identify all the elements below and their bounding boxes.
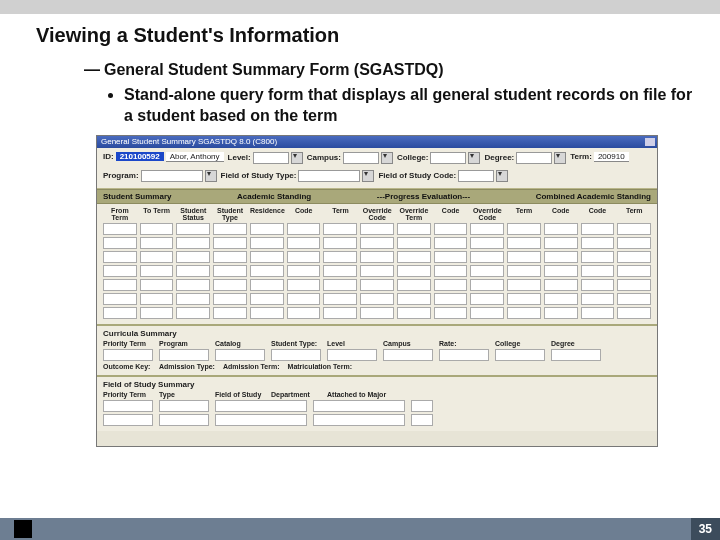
- fos-cell[interactable]: [103, 400, 153, 412]
- grid-cell[interactable]: [140, 237, 174, 249]
- grid-cell[interactable]: [434, 293, 468, 305]
- grid-cell[interactable]: [213, 293, 247, 305]
- grid-cell[interactable]: [323, 293, 357, 305]
- degree-dropdown-icon[interactable]: [554, 152, 566, 164]
- grid-cell[interactable]: [397, 279, 431, 291]
- grid-cell[interactable]: [544, 307, 578, 319]
- degree-field[interactable]: [516, 152, 552, 164]
- grid-cell[interactable]: [103, 293, 137, 305]
- grid-cell[interactable]: [507, 265, 541, 277]
- grid-cell[interactable]: [103, 237, 137, 249]
- curric-cell[interactable]: [439, 349, 489, 361]
- grid-cell[interactable]: [544, 279, 578, 291]
- grid-cell[interactable]: [397, 293, 431, 305]
- fos-cell[interactable]: [103, 414, 153, 426]
- curric-cell[interactable]: [495, 349, 545, 361]
- grid-cell[interactable]: [250, 265, 284, 277]
- grid-cell[interactable]: [470, 251, 504, 263]
- fos-cell[interactable]: [313, 414, 405, 426]
- curric-cell[interactable]: [103, 349, 153, 361]
- grid-cell[interactable]: [250, 307, 284, 319]
- grid-cell[interactable]: [470, 265, 504, 277]
- college-dropdown-icon[interactable]: [468, 152, 480, 164]
- grid-cell[interactable]: [397, 223, 431, 235]
- grid-cell[interactable]: [360, 251, 394, 263]
- grid-cell[interactable]: [360, 223, 394, 235]
- grid-cell[interactable]: [434, 265, 468, 277]
- grid-cell[interactable]: [617, 279, 651, 291]
- grid-cell[interactable]: [103, 223, 137, 235]
- grid-cell[interactable]: [323, 307, 357, 319]
- grid-cell[interactable]: [176, 223, 210, 235]
- grid-cell[interactable]: [323, 265, 357, 277]
- grid-cell[interactable]: [323, 251, 357, 263]
- grid-cell[interactable]: [434, 279, 468, 291]
- grid-cell[interactable]: [617, 265, 651, 277]
- grid-cell[interactable]: [287, 251, 321, 263]
- grid-cell[interactable]: [287, 237, 321, 249]
- grid-cell[interactable]: [507, 251, 541, 263]
- grid-cell[interactable]: [287, 279, 321, 291]
- foscode-field[interactable]: [458, 170, 494, 182]
- fos-cell[interactable]: [159, 414, 209, 426]
- grid-cell[interactable]: [581, 265, 615, 277]
- grid-cell[interactable]: [581, 223, 615, 235]
- grid-cell[interactable]: [360, 265, 394, 277]
- fos-cell[interactable]: [159, 400, 209, 412]
- grid-cell[interactable]: [397, 237, 431, 249]
- term-value[interactable]: 200910: [594, 152, 629, 162]
- grid-cell[interactable]: [617, 251, 651, 263]
- grid-cell[interactable]: [360, 237, 394, 249]
- grid-cell[interactable]: [213, 251, 247, 263]
- fos-cell[interactable]: [215, 414, 307, 426]
- grid-cell[interactable]: [140, 223, 174, 235]
- grid-cell[interactable]: [434, 237, 468, 249]
- grid-cell[interactable]: [140, 293, 174, 305]
- curric-cell[interactable]: [271, 349, 321, 361]
- grid-cell[interactable]: [470, 237, 504, 249]
- grid-cell[interactable]: [140, 265, 174, 277]
- grid-cell[interactable]: [287, 265, 321, 277]
- campus-dropdown-icon[interactable]: [381, 152, 393, 164]
- grid-cell[interactable]: [176, 265, 210, 277]
- grid-cell[interactable]: [470, 279, 504, 291]
- grid-cell[interactable]: [176, 237, 210, 249]
- grid-cell[interactable]: [360, 279, 394, 291]
- grid-cell[interactable]: [140, 279, 174, 291]
- grid-cell[interactable]: [581, 237, 615, 249]
- id-value[interactable]: 210100592: [116, 152, 164, 161]
- grid-cell[interactable]: [103, 307, 137, 319]
- fos-cell[interactable]: [313, 400, 405, 412]
- grid-cell[interactable]: [250, 251, 284, 263]
- grid-cell[interactable]: [544, 293, 578, 305]
- grid-cell[interactable]: [323, 223, 357, 235]
- grid-cell[interactable]: [287, 307, 321, 319]
- level-field[interactable]: [253, 152, 289, 164]
- grid-cell[interactable]: [103, 251, 137, 263]
- college-field[interactable]: [430, 152, 466, 164]
- grid-cell[interactable]: [287, 223, 321, 235]
- grid-cell[interactable]: [617, 307, 651, 319]
- grid-cell[interactable]: [617, 223, 651, 235]
- grid-cell[interactable]: [581, 279, 615, 291]
- grid-cell[interactable]: [434, 223, 468, 235]
- foscode-dropdown-icon[interactable]: [496, 170, 508, 182]
- grid-cell[interactable]: [323, 237, 357, 249]
- grid-cell[interactable]: [397, 307, 431, 319]
- level-dropdown-icon[interactable]: [291, 152, 303, 164]
- grid-cell[interactable]: [581, 251, 615, 263]
- grid-cell[interactable]: [176, 307, 210, 319]
- grid-cell[interactable]: [470, 307, 504, 319]
- grid-cell[interactable]: [140, 307, 174, 319]
- grid-cell[interactable]: [470, 293, 504, 305]
- fos-cell[interactable]: [411, 400, 433, 412]
- grid-cell[interactable]: [397, 265, 431, 277]
- grid-cell[interactable]: [434, 251, 468, 263]
- grid-cell[interactable]: [176, 251, 210, 263]
- grid-cell[interactable]: [103, 265, 137, 277]
- grid-cell[interactable]: [287, 293, 321, 305]
- grid-cell[interactable]: [581, 293, 615, 305]
- grid-cell[interactable]: [176, 293, 210, 305]
- grid-cell[interactable]: [507, 237, 541, 249]
- grid-cell[interactable]: [213, 265, 247, 277]
